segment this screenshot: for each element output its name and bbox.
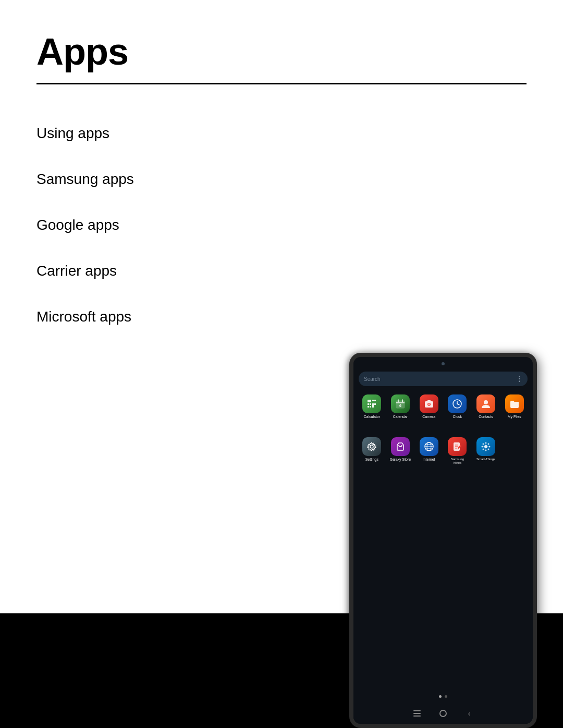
apps-grid-row2: Settings Galaxy Store — [359, 435, 528, 467]
app-label-myfiles: My Files — [508, 415, 521, 419]
menu-link-google-apps[interactable]: Google apps — [36, 217, 119, 233]
app-icon-camera — [420, 394, 438, 413]
svg-point-34 — [481, 446, 483, 448]
app-item-myfiles[interactable]: My Files — [501, 392, 528, 421]
svg-point-36 — [482, 443, 484, 445]
svg-point-19 — [457, 403, 458, 404]
menu-link-microsoft-apps[interactable]: Microsoft apps — [36, 309, 131, 325]
nav-home-button[interactable] — [438, 708, 448, 719]
tablet-device: Search ⋮ — [349, 353, 537, 728]
search-menu-icon[interactable]: ⋮ — [516, 375, 522, 382]
svg-point-35 — [488, 446, 490, 448]
nav-recent-button[interactable] — [412, 708, 422, 719]
tablet-wrapper: Search ⋮ — [344, 353, 542, 728]
menu-list: Using apps Samsung apps Google apps Carr… — [36, 110, 527, 340]
svg-point-32 — [485, 442, 486, 444]
menu-link-carrier-apps[interactable]: Carrier apps — [36, 263, 117, 279]
app-label-contacts: Contacts — [479, 415, 493, 419]
app-item-clock[interactable]: Clock — [444, 392, 471, 421]
app-icon-internet — [420, 437, 438, 456]
page-dot-1 — [439, 695, 442, 698]
app-item-calendar[interactable]: 6 Calendar — [387, 392, 414, 421]
svg-point-15 — [428, 403, 430, 405]
app-label-calculator: Calculator — [364, 415, 381, 419]
app-item-calculator[interactable]: Calculator — [359, 392, 385, 421]
app-label-settings: Settings — [365, 458, 378, 462]
svg-point-37 — [487, 449, 489, 450]
page-title: Apps — [36, 31, 527, 72]
app-item-samsungnotes[interactable]: Samsung Notes — [444, 435, 471, 467]
svg-rect-7 — [374, 400, 376, 401]
app-label-calendar: Calendar — [393, 415, 408, 419]
tablet-screen: Search ⋮ — [353, 357, 533, 724]
svg-text:6: 6 — [399, 404, 401, 408]
svg-point-33 — [485, 450, 486, 451]
app-icon-galaxystore — [391, 437, 410, 456]
menu-item-microsoft-apps[interactable]: Microsoft apps — [36, 294, 527, 340]
app-item-smartthings[interactable]: Smart-Things — [473, 435, 499, 467]
menu-item-google-apps[interactable]: Google apps — [36, 202, 527, 248]
tablet-navigation: ‹ — [353, 703, 533, 724]
menu-item-carrier-apps[interactable]: Carrier apps — [36, 248, 527, 294]
menu-link-samsung-apps[interactable]: Samsung apps — [36, 171, 134, 187]
app-icon-smartthings — [476, 437, 495, 456]
svg-rect-8 — [374, 403, 376, 405]
app-item-camera[interactable]: Camera — [415, 392, 442, 421]
svg-rect-4 — [370, 406, 371, 408]
svg-rect-2 — [370, 403, 371, 405]
svg-point-39 — [482, 449, 484, 450]
app-icon-samsungnotes — [448, 437, 467, 456]
app-label-galaxystore: Galaxy Store — [390, 458, 411, 462]
tablet-search-bar[interactable]: Search ⋮ — [359, 372, 528, 386]
app-label-clock: Clock — [453, 415, 462, 419]
page-content: Apps Using apps Samsung apps Google apps… — [0, 0, 563, 340]
svg-point-31 — [484, 445, 487, 448]
nav-back-button[interactable]: ‹ — [464, 708, 474, 719]
menu-link-using-apps[interactable]: Using apps — [36, 125, 109, 141]
app-item-internet[interactable]: Internet — [415, 435, 442, 467]
search-placeholder-text: Search — [364, 376, 516, 382]
app-icon-calendar: 6 — [391, 394, 410, 413]
app-label-camera: Camera — [422, 415, 435, 419]
page-dot-2 — [445, 695, 447, 698]
app-icon-calculator — [362, 394, 381, 413]
svg-point-38 — [487, 443, 489, 445]
section-divider — [36, 83, 527, 84]
camera-dot — [442, 362, 445, 365]
app-label-samsungnotes: Samsung Notes — [447, 458, 467, 465]
app-icon-clock — [448, 394, 467, 413]
svg-point-21 — [370, 445, 373, 448]
svg-rect-6 — [372, 400, 374, 401]
app-item-contacts[interactable]: Contacts — [473, 392, 499, 421]
apps-grid-row1: Calculator 6 Calendar — [359, 392, 528, 421]
app-icon-myfiles — [505, 394, 524, 413]
app-label-smartthings: Smart-Things — [476, 458, 496, 461]
app-icon-contacts — [476, 394, 495, 413]
svg-point-20 — [484, 400, 488, 404]
app-label-internet: Internet — [423, 458, 435, 462]
menu-item-samsung-apps[interactable]: Samsung apps — [36, 156, 527, 202]
svg-rect-3 — [368, 406, 369, 408]
app-item-galaxystore[interactable]: Galaxy Store — [387, 435, 414, 467]
svg-rect-5 — [372, 403, 374, 408]
svg-rect-0 — [368, 400, 371, 402]
menu-item-using-apps[interactable]: Using apps — [36, 110, 527, 156]
app-item-settings[interactable]: Settings — [359, 435, 385, 467]
back-arrow-icon: ‹ — [468, 709, 471, 718]
svg-rect-1 — [368, 403, 369, 405]
app-icon-settings — [362, 437, 381, 456]
page-indicator — [439, 695, 447, 698]
